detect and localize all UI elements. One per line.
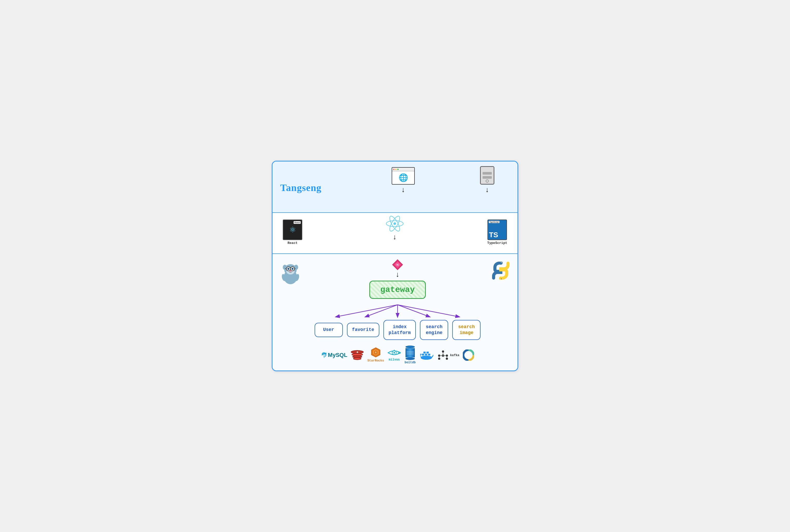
service-label-search-image: searchimage [458,324,475,335]
react-atom-icon [385,214,404,233]
react-sticker-box: React ⚛ [283,220,302,240]
services-row: User favorite indexplatform searchengine [315,320,481,340]
tablet-area: ↓ [480,166,494,193]
react-center-area: ↓ [385,214,404,241]
react-sticker-badge: React [294,221,301,224]
cylinder-top [406,346,415,348]
tablet-bar-2 [483,176,492,179]
brand-area: Tangseng [280,182,326,193]
redis-disc-4 [353,357,361,360]
kafka-label: kafka [450,354,459,357]
svg-rect-44 [423,352,426,354]
milvus-label: milvus [389,358,400,362]
svg-line-28 [398,305,459,317]
browser-titlebar [392,168,414,171]
mysql-fish-icon: 🐬 [321,352,327,358]
milvus-logo: milvus [388,348,401,362]
svg-point-40 [421,356,432,360]
kafka-nodes-svg [438,350,448,360]
browser-window: 🌐 [392,167,415,185]
service-label-user: User [323,327,334,332]
boltdb-label: boltdb [405,361,416,364]
gateway-box: gateway [369,281,426,299]
svg-point-34 [393,352,395,354]
svg-point-65 [501,278,502,279]
svg-rect-42 [425,354,427,356]
docker-logo [419,350,434,360]
segment-logo [463,349,474,361]
tablet-arrow-down: ↓ [485,186,489,193]
service-label-index-platform: indexplatform [389,324,411,335]
cylinder-body [406,348,415,357]
service-box-user: User [315,323,343,337]
gopher-area [280,259,311,285]
kafka-icon: kafka [438,350,459,360]
main-container: Tangseng 🌐 ↓ [272,161,518,372]
gateway-arrows-area [321,303,475,319]
typescript-label: TypeScript [487,241,507,245]
section-bottom: N ↓ gateway [272,254,518,371]
purple-arrows-svg [321,303,475,319]
svg-text:S: S [375,351,377,354]
cylinder-bottom [406,357,415,360]
cylinder-stripe-3 [407,354,414,354]
service-box-search-image: searchimage [452,320,481,340]
boltdb-cylinder [406,346,415,360]
python-area [484,259,510,280]
react-label: React [287,241,297,245]
dot-green [397,169,399,170]
typescript-sticker: TypeScript TS TypeScript [487,220,507,245]
typescript-sticker-box: TypeScript TS [487,220,507,240]
svg-point-55 [446,358,448,360]
react-atom-small-icon: ⚛ [289,225,296,234]
svg-point-47 [442,350,444,353]
service-box-search-engine: searchengine [420,320,448,340]
svg-point-16 [287,268,289,270]
redis-disc-1: ★ [351,350,364,354]
svg-point-46 [420,354,421,355]
service-label-favorite: favorite [352,327,374,332]
react-sticker: React ⚛ React [283,220,302,245]
center-arrow-down: ↓ [393,233,397,241]
browser-icon: 🌐 ↓ [392,167,415,193]
svg-text:N: N [397,263,399,266]
svg-line-24 [336,305,398,317]
globe-icon: 🌐 [392,171,414,184]
service-box-favorite: favorite [347,323,379,337]
starrocks-logo: S StarRocks [367,347,384,363]
milvus-icon [388,348,401,357]
svg-point-54 [438,358,440,360]
consul-area: N ↓ [392,259,403,279]
svg-point-17 [291,268,294,270]
service-box-index-platform: indexplatform [383,320,416,340]
brand-title: Tangseng [280,182,322,193]
python-icon [492,262,510,280]
svg-line-25 [365,305,398,317]
typescript-text: TS [489,231,498,239]
tablet-device [480,166,494,185]
mysql-logo: 🐬 MySQL [321,352,347,358]
gateway-label: gateway [380,285,415,294]
center-area: N ↓ gateway [311,259,484,365]
consul-arrow-down: ↓ [396,271,399,278]
redis-discs: ★ [351,350,364,360]
browser-arrow-down: ↓ [401,186,405,193]
cylinder-stripe-1 [407,351,414,352]
consul-icon: N [392,259,403,270]
dot-yellow [395,169,397,170]
browser-area: 🌐 ↓ [326,167,480,193]
kafka-logo: kafka [438,350,459,360]
dot-red [393,169,394,170]
svg-rect-43 [428,354,430,356]
gopher-icon [280,262,301,285]
cylinder-stripe-2 [407,353,414,353]
redis-logo: ★ [351,350,364,360]
starrocks-icon: S [371,347,381,358]
svg-line-27 [398,305,430,317]
mysql-text: MySQL [328,352,347,358]
boltdb-logo: boltdb [405,346,416,364]
section-top: Tangseng 🌐 ↓ [272,162,518,213]
tablet-home-button [486,179,489,183]
typescript-badge: TypeScript [489,221,500,223]
docker-icon [419,350,434,360]
